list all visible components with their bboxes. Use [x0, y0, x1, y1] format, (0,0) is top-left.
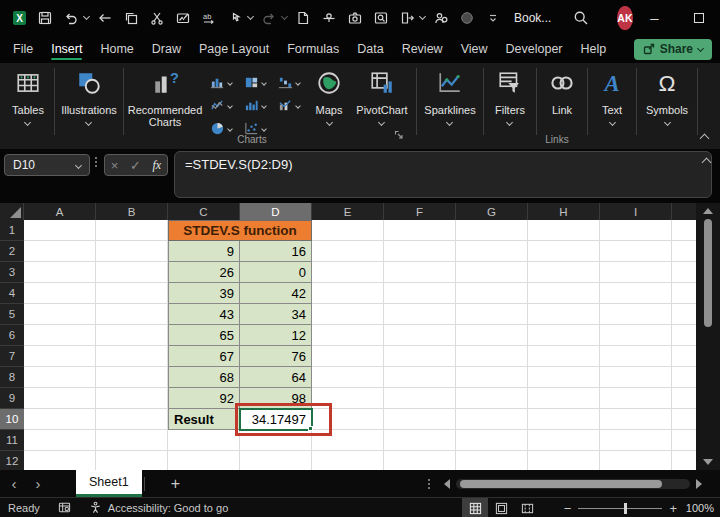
cell-A5[interactable]: [24, 304, 96, 325]
cell-partial-7[interactable]: [672, 346, 696, 367]
menu-tab-file[interactable]: File: [4, 35, 42, 63]
row-header-4[interactable]: 4: [0, 283, 24, 304]
cell-B7[interactable]: [96, 346, 168, 367]
vertical-scrollbar[interactable]: [696, 203, 720, 470]
cancel-icon[interactable]: ×: [111, 159, 119, 172]
previous-sheet-button[interactable]: ‹: [0, 475, 28, 492]
cut-icon[interactable]: [146, 6, 168, 30]
row-header-11[interactable]: 11: [0, 430, 24, 451]
zoom-slider[interactable]: [578, 508, 662, 509]
scroll-left-arrow-icon[interactable]: [444, 479, 450, 489]
cell-partial-2[interactable]: [672, 241, 696, 262]
zoom-level[interactable]: 100%: [684, 502, 714, 514]
cell-A2[interactable]: [24, 241, 96, 262]
cell-D7[interactable]: 76: [240, 346, 312, 367]
cell-partial-9[interactable]: [672, 388, 696, 409]
find-replace-icon[interactable]: ab: [198, 6, 220, 30]
menu-tab-data[interactable]: Data: [348, 35, 392, 63]
cell-A10[interactable]: [24, 409, 96, 430]
row-header-9[interactable]: 9: [0, 388, 24, 409]
touch-mode-icon[interactable]: [224, 6, 246, 30]
menu-tab-formulas[interactable]: Formulas: [278, 35, 348, 63]
cell-G1[interactable]: [456, 220, 528, 241]
cell-E10[interactable]: [312, 409, 384, 430]
menu-tab-draw[interactable]: Draw: [143, 35, 190, 63]
camera-icon[interactable]: [344, 6, 366, 30]
cell-H2[interactable]: [528, 241, 600, 262]
menu-tab-insert[interactable]: Insert: [42, 35, 91, 63]
cell-B4[interactable]: [96, 283, 168, 304]
row-header-1[interactable]: 1: [0, 220, 24, 241]
formula-input[interactable]: =STDEV.S(D2:D9): [174, 151, 712, 198]
symbols-button[interactable]: Ω Symbols: [646, 70, 688, 125]
cell-A11[interactable]: [24, 430, 96, 451]
cell-E3[interactable]: [312, 262, 384, 283]
cell-D3[interactable]: 0: [240, 262, 312, 283]
pin-line-icon[interactable]: [318, 6, 340, 30]
row-header-2[interactable]: 2: [0, 241, 24, 262]
row-header-8[interactable]: 8: [0, 367, 24, 388]
cell-F1[interactable]: [384, 220, 456, 241]
column-header-G[interactable]: G: [456, 203, 528, 220]
cell-I11[interactable]: [600, 430, 672, 451]
menu-tab-help[interactable]: Help: [572, 35, 616, 63]
horizontal-scrollbar[interactable]: [456, 479, 690, 489]
copy-icon[interactable]: [120, 6, 142, 30]
formula-bar-drag-dots[interactable]: [95, 157, 97, 167]
cell-partial-11[interactable]: [672, 430, 696, 451]
sparklines-button[interactable]: Sparklines: [424, 70, 475, 125]
cell-D10[interactable]: 34.17497: [240, 409, 312, 430]
scroll-right-arrow-icon[interactable]: [696, 479, 702, 489]
cell-E2[interactable]: [312, 241, 384, 262]
maps-button[interactable]: Maps: [316, 70, 343, 125]
cell-C7[interactable]: 67: [168, 346, 240, 367]
cell-E11[interactable]: [312, 430, 384, 451]
cell-G11[interactable]: [456, 430, 528, 451]
cell-A7[interactable]: [24, 346, 96, 367]
cell-C10[interactable]: Result: [168, 409, 240, 430]
cell-A6[interactable]: [24, 325, 96, 346]
macro-record-icon[interactable]: [58, 501, 71, 514]
collapse-ribbon-chevron-icon[interactable]: [700, 134, 710, 144]
cell-A1[interactable]: [24, 220, 96, 241]
cell-G3[interactable]: [456, 262, 528, 283]
cell-I4[interactable]: [600, 283, 672, 304]
column-header-E[interactable]: E: [312, 203, 384, 220]
menu-tab-page-layout[interactable]: Page Layout: [190, 35, 278, 63]
cell-B8[interactable]: [96, 367, 168, 388]
share-file-icon[interactable]: [396, 6, 418, 30]
cell-C2[interactable]: 9: [168, 241, 240, 262]
zoom-out-button[interactable]: −: [564, 501, 572, 516]
cell-C11[interactable]: [168, 430, 240, 451]
tables-button[interactable]: Tables: [12, 70, 44, 125]
minimize-button[interactable]: –: [633, 0, 677, 35]
row-header-10[interactable]: 10: [0, 409, 24, 430]
cell-C3[interactable]: 26: [168, 262, 240, 283]
cell-H6[interactable]: [528, 325, 600, 346]
cell-F6[interactable]: [384, 325, 456, 346]
cell-I2[interactable]: [600, 241, 672, 262]
cell-C6[interactable]: 65: [168, 325, 240, 346]
cell-E6[interactable]: [312, 325, 384, 346]
column-header-A[interactable]: A: [24, 203, 96, 220]
cell-B12[interactable]: [96, 451, 168, 470]
column-header-B[interactable]: B: [96, 203, 168, 220]
vertical-scroll-thumb[interactable]: [704, 219, 712, 327]
cell-I1[interactable]: [600, 220, 672, 241]
cell-I6[interactable]: [600, 325, 672, 346]
cell-G9[interactable]: [456, 388, 528, 409]
cell-B2[interactable]: [96, 241, 168, 262]
cell-C1[interactable]: STDEV.S function: [168, 220, 312, 241]
cell-H9[interactable]: [528, 388, 600, 409]
cell-E8[interactable]: [312, 367, 384, 388]
touch-mode-dropdown-chevron-icon[interactable]: [247, 12, 254, 19]
next-sheet-button[interactable]: ›: [28, 475, 48, 492]
paste-picture-icon[interactable]: [172, 6, 194, 30]
cell-E5[interactable]: [312, 304, 384, 325]
cell-H8[interactable]: [528, 367, 600, 388]
cell-D12[interactable]: [240, 451, 312, 470]
new-file-icon[interactable]: [292, 6, 314, 30]
cell-B11[interactable]: [96, 430, 168, 451]
cell-I7[interactable]: [600, 346, 672, 367]
cell-partial-5[interactable]: [672, 304, 696, 325]
